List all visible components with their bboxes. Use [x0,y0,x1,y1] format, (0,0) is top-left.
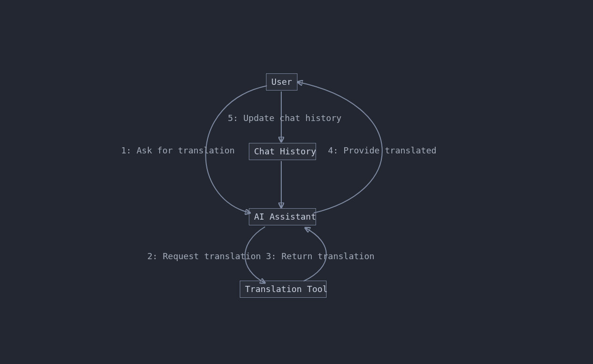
edge-label-2: 2: Request translation [147,251,261,261]
node-translation-tool: Translation Tool [240,281,327,298]
edge-label-1: 1: Ask for translation [121,145,247,155]
edge-label-5: 5: Update chat history [228,113,341,123]
node-user: User [266,73,297,91]
diagram-canvas: User Chat History AI Assistant Translati… [0,0,593,364]
edge-label-4: 4: Provide translated [328,145,442,155]
edge-label-3: 3: Return translation [266,251,375,261]
node-chat-history: Chat History [249,143,316,160]
edges-layer [0,0,593,364]
node-ai-assistant: AI Assistant [249,208,316,225]
